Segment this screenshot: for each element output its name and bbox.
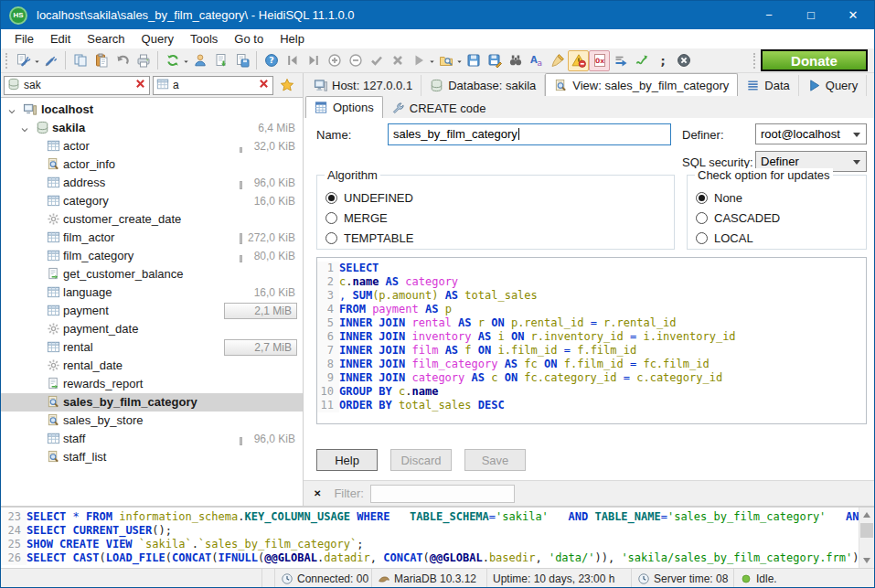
find-text-button[interactable]	[505, 50, 526, 71]
favorites-button[interactable]	[276, 76, 297, 95]
scroll-down-icon[interactable]	[863, 558, 870, 563]
tree-item-address[interactable]: address96,0 KiB	[1, 174, 303, 192]
dropdown-caret-icon[interactable]	[34, 52, 40, 69]
menu-file[interactable]: File	[6, 30, 42, 48]
post-changes-button[interactable]	[366, 50, 387, 71]
load-sql-file-button[interactable]	[435, 50, 456, 71]
refresh-button[interactable]	[162, 50, 183, 71]
tree-item-language[interactable]: language16,0 KiB	[1, 283, 303, 302]
session-manager-button[interactable]	[13, 50, 34, 71]
tree-item-actor[interactable]: actor32,0 KiB	[1, 137, 303, 155]
tree-item-film_actor[interactable]: film_actor272,0 KiB	[1, 229, 303, 247]
user-manager-button[interactable]	[189, 50, 210, 71]
check-option-cascaded-radio[interactable]: CASCADED	[696, 208, 866, 228]
algorithm-undefined-radio[interactable]: UNDEFINED	[325, 187, 674, 208]
view-name-input[interactable]: sales_by_film_category	[388, 123, 671, 145]
algorithm-merge-radio[interactable]: MERGE	[325, 208, 674, 228]
first-record-button[interactable]	[282, 50, 303, 71]
tab-host[interactable]: Host: 127.0.0.1	[305, 75, 421, 96]
check-option-local-radio[interactable]: LOCAL	[696, 228, 866, 248]
close-filter-icon[interactable]: ✕	[314, 488, 321, 498]
donate-button[interactable]: Donate	[761, 49, 868, 71]
tab-options[interactable]: Options	[305, 96, 383, 118]
menu-help[interactable]: Help	[272, 30, 313, 48]
menu-query[interactable]: Query	[133, 30, 182, 48]
menu-edit[interactable]: Edit	[42, 30, 79, 48]
stop-on-errors-button[interactable]	[568, 50, 589, 71]
copy-grid-data-button[interactable]	[231, 50, 252, 71]
tree-item-sales_by_store[interactable]: sales_by_store	[1, 412, 303, 430]
tree-item-rewards_report[interactable]: rewards_report	[1, 375, 303, 393]
next-result-button[interactable]	[610, 50, 631, 71]
export-database-button[interactable]	[210, 50, 231, 71]
save-button[interactable]: Save	[464, 449, 526, 471]
save-sql-as-button[interactable]	[484, 50, 505, 71]
paste-button[interactable]	[91, 50, 112, 71]
discard-changes-button[interactable]	[387, 50, 408, 71]
tab-view[interactable]: View: sales_by_film_category	[545, 73, 738, 96]
delimiter-button[interactable]: ;	[652, 50, 673, 71]
discard-button[interactable]: Discard	[390, 449, 452, 471]
tree-item-rental[interactable]: rental2,7 MiB	[1, 338, 303, 357]
dropdown-caret-icon[interactable]	[456, 52, 463, 69]
menu-go-to[interactable]: Go to	[226, 30, 272, 48]
algorithm-temptable-radio[interactable]: TEMPTABLE	[325, 228, 674, 248]
line-number: 8	[317, 358, 339, 371]
tab-create-code[interactable]: CREATE code	[383, 98, 495, 118]
insert-record-button[interactable]	[324, 50, 345, 71]
tab-database[interactable]: Database: sakila	[421, 75, 545, 96]
menu-tools[interactable]: Tools	[182, 30, 226, 48]
save-sql-button[interactable]	[463, 50, 484, 71]
tab-database-label: Database: sakila	[448, 79, 536, 92]
tree-item-customer_create_date[interactable]: customer_create_date	[1, 210, 303, 229]
view-binary-as-text-button[interactable]: 0x	[589, 50, 610, 71]
help-button[interactable]: Help	[316, 449, 378, 471]
view-body-editor[interactable]: 1SELECT2c.name AS category3, SUM(p.amoun…	[316, 257, 867, 424]
copy-button[interactable]	[69, 50, 91, 71]
disconnect-button[interactable]	[40, 50, 61, 71]
execute-sql-button[interactable]	[408, 50, 429, 71]
tree-item-get_customer_balance[interactable]: get_customer_balance	[1, 265, 303, 283]
column-filter[interactable]: a	[153, 76, 273, 95]
tree-item-staff[interactable]: staff96,0 KiB	[1, 430, 303, 448]
tree-item-sakila[interactable]: sakila6,4 MiB	[1, 119, 303, 137]
help-button[interactable]: ?	[261, 50, 282, 71]
filter-input[interactable]	[370, 485, 515, 503]
tree-item-category[interactable]: category16,0 KiB	[1, 192, 303, 210]
print-button[interactable]	[133, 50, 154, 71]
scroll-thumb[interactable]	[860, 523, 873, 538]
delete-record-button[interactable]	[345, 50, 366, 71]
tree-item-rental_date[interactable]: rental_date	[1, 357, 303, 375]
clear-icon[interactable]	[258, 78, 270, 90]
reformat-button[interactable]	[631, 50, 652, 71]
tree-item-localhost[interactable]: localhost	[1, 101, 303, 119]
check-option-none-radio[interactable]: None	[696, 187, 866, 208]
tree-item-sales_by_film_category[interactable]: sales_by_film_category	[1, 393, 303, 412]
clear-icon[interactable]	[134, 78, 146, 90]
definer-combo[interactable]: root@localhost	[755, 123, 867, 144]
kill-process-button[interactable]	[673, 50, 694, 71]
toolbar-grip[interactable]	[5, 53, 9, 69]
tree-item-staff_list[interactable]: staff_list	[1, 448, 303, 466]
replace-text-button[interactable]: Aa	[526, 50, 547, 71]
dropdown-caret-icon[interactable]	[183, 52, 189, 69]
tab-query[interactable]: Query	[799, 75, 867, 96]
tab-data[interactable]: Data	[738, 75, 798, 96]
tree-item-actor_info[interactable]: actor_info	[1, 155, 303, 174]
maximize-button[interactable]: □	[790, 1, 832, 29]
undo-button[interactable]	[112, 50, 133, 71]
menu-search[interactable]: Search	[79, 30, 133, 48]
toolbar-grip[interactable]	[753, 53, 757, 69]
tree-item-payment_date[interactable]: payment_date	[1, 320, 303, 338]
tree-item-film_category[interactable]: film_category80,0 KiB	[1, 247, 303, 265]
scroll-up-icon[interactable]	[863, 512, 870, 518]
table-filter[interactable]: sak	[4, 76, 150, 95]
dropdown-caret-icon[interactable]	[429, 52, 435, 69]
last-record-button[interactable]	[303, 50, 324, 71]
tree-item-payment[interactable]: payment2,1 MiB	[1, 302, 303, 320]
new-query-tab-button[interactable]	[867, 75, 875, 96]
minimize-button[interactable]: −	[748, 1, 790, 29]
format-code-button[interactable]	[547, 50, 568, 71]
close-button[interactable]: ✕	[832, 1, 874, 29]
log-scrollbar[interactable]	[859, 508, 874, 568]
